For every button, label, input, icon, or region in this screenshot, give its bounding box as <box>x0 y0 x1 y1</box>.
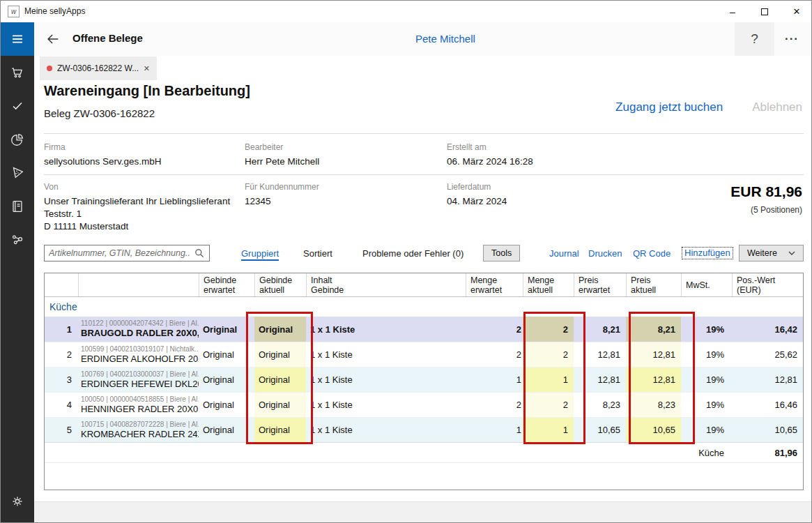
document-title: Wareneingang [In Bearbeitung] <box>44 83 250 99</box>
gebinde-aktuell-cell[interactable]: Original <box>254 367 306 392</box>
table-row[interactable]: 2 100599 | 04002103019107 | Nichtalk... … <box>45 342 803 367</box>
lieferdatum-value: 04. März 2024 <box>447 195 507 208</box>
share-icon <box>10 232 25 248</box>
erstellt-value: 06. März 2024 16:28 <box>447 156 533 168</box>
positions-count: (5 Positionen) <box>751 205 802 215</box>
header-more-button[interactable]: ··· <box>776 22 807 56</box>
search-input[interactable] <box>45 248 194 258</box>
table-row[interactable]: 1 110122 | 00000042074342 | Biere | Al..… <box>45 317 803 342</box>
menge-aktuell-cell[interactable]: 1 <box>523 367 574 392</box>
gebinde-aktuell-cell[interactable]: Original <box>254 342 306 367</box>
hamburger-menu-button[interactable] <box>1 22 34 56</box>
firma-label: Firma <box>44 142 66 152</box>
preis-aktuell-cell[interactable]: 8,21 <box>626 317 681 342</box>
document-total: EUR 81,96 <box>730 183 802 200</box>
sidebar-item-food[interactable] <box>1 156 34 190</box>
sidebar <box>1 22 34 523</box>
search-icon <box>194 248 205 259</box>
menge-aktuell-cell[interactable]: 2 <box>523 342 574 367</box>
menge-aktuell-cell[interactable]: 1 <box>523 418 574 442</box>
tools-button[interactable]: Tools <box>483 245 520 262</box>
back-arrow-icon <box>45 31 61 47</box>
col-header-gebinde-erwartet: Gebinde erwartet <box>199 273 254 296</box>
pos-wert-cell: 16,46 <box>732 393 803 417</box>
reject-button[interactable]: Ablehnen <box>752 100 802 114</box>
checkmark-icon <box>10 98 25 114</box>
preis-erwartet-cell: 12,81 <box>574 342 626 367</box>
gebinde-aktuell-cell[interactable]: Original <box>254 393 306 417</box>
preis-aktuell-cell[interactable]: 10,65 <box>626 418 681 442</box>
col-header-gebinde-aktuell: Gebinde aktuell <box>254 273 306 296</box>
col-header-article <box>78 273 199 296</box>
group-footer-label: Küche <box>681 443 732 462</box>
tab-close-icon[interactable]: ✕ <box>144 64 150 73</box>
pos-wert-cell: 12,81 <box>732 367 803 392</box>
add-link[interactable]: Hinzufügen <box>682 247 733 259</box>
gebinde-aktuell-cell[interactable]: Original <box>254 418 306 442</box>
toggle-sorted[interactable]: Sortiert <box>303 248 332 259</box>
qr-code-link[interactable]: QR Code <box>633 248 671 259</box>
gebinde-erwartet-cell: Original <box>199 367 254 392</box>
article-id: 100715 | 04008287072228 | Biere | Al... <box>81 420 199 429</box>
menge-erwartet-cell: 2 <box>466 317 523 342</box>
help-button[interactable]: ? <box>735 22 774 56</box>
inhalt-cell: 1 x 1 Kiste <box>306 418 466 442</box>
preis-erwartet-cell: 8,23 <box>574 393 626 417</box>
article-cell: 100769 | 04002103000037 | Biere | Al... … <box>78 367 199 392</box>
mwst-cell: 19% <box>681 317 732 342</box>
document-actions: Zugang jetzt buchen Ablehnen <box>615 100 802 114</box>
gebinde-erwartet-cell: Original <box>199 418 254 442</box>
preis-erwartet-cell: 12,81 <box>574 367 626 392</box>
sidebar-item-tasks[interactable] <box>1 89 34 123</box>
preis-aktuell-cell[interactable]: 12,81 <box>626 367 681 392</box>
book-now-button[interactable]: Zugang jetzt buchen <box>615 100 723 114</box>
maximize-button[interactable] <box>749 1 781 22</box>
article-cell: 100599 | 04002103019107 | Nichtalk... ER… <box>78 342 199 367</box>
search-button[interactable] <box>194 246 209 260</box>
sidebar-item-catalog[interactable] <box>1 190 34 223</box>
preis-aktuell-cell[interactable]: 12,81 <box>626 342 681 367</box>
tab-document[interactable]: ZW-0306-162822 W... ✕ <box>40 56 157 80</box>
menge-aktuell-cell[interactable]: 2 <box>523 317 574 342</box>
article-cell: 110122 | 00000042074342 | Biere | Al... … <box>78 317 199 342</box>
article-name: KROMBACHER RADLER 24X... <box>81 429 199 440</box>
sidebar-item-statistics[interactable] <box>1 123 34 156</box>
mwst-cell: 19% <box>681 342 732 367</box>
sidebar-item-cart[interactable] <box>1 56 34 89</box>
table-row[interactable]: 3 100769 | 04002103000037 | Biere | Al..… <box>45 367 803 392</box>
sidebar-item-network[interactable] <box>1 223 34 257</box>
more-dropdown-label: Weitere <box>747 248 777 258</box>
toggle-grouped[interactable]: Gruppiert <box>241 248 279 261</box>
tab-label: ZW-0306-162822 W... <box>57 63 139 73</box>
table-row[interactable]: 4 100050 | 00000040518855 | Biere | Al..… <box>45 392 803 417</box>
close-button[interactable]: ✕ <box>781 1 812 22</box>
von-line3: D 11111 Musterstadt <box>44 220 128 233</box>
article-cell: 100050 | 00000040518855 | Biere | Al... … <box>78 393 199 417</box>
maximize-icon <box>761 8 768 15</box>
gebinde-aktuell-cell[interactable]: Original <box>254 317 306 342</box>
back-button[interactable] <box>45 31 62 47</box>
menge-erwartet-cell: 1 <box>466 418 523 442</box>
preis-aktuell-cell[interactable]: 8,23 <box>626 393 681 417</box>
col-header-mwst: MwSt. <box>681 273 732 296</box>
row-index: 4 <box>45 393 78 417</box>
minimize-button[interactable]: – <box>717 1 749 22</box>
more-dropdown-button[interactable]: Weitere <box>739 245 804 262</box>
toggle-problems[interactable]: Probleme oder Fehler (0) <box>362 248 464 259</box>
article-cell: 100715 | 04008287072228 | Biere | Al... … <box>78 418 199 442</box>
col-header-pos-wert: Pos.-Wert (EUR) <box>732 273 803 296</box>
book-icon <box>10 199 25 214</box>
user-name-link[interactable]: Pete Mitchell <box>415 33 475 45</box>
article-name: BRAUGOLD RADLER 20X0,... <box>81 328 199 339</box>
menge-erwartet-cell: 1 <box>466 367 523 392</box>
journal-link[interactable]: Journal <box>549 248 579 259</box>
menge-aktuell-cell[interactable]: 2 <box>523 393 574 417</box>
bottom-status-strip <box>34 501 812 523</box>
article-name: ERDINGER ALKOHOLFR 20X... <box>81 354 199 365</box>
print-link[interactable]: Drucken <box>588 248 622 259</box>
hamburger-icon <box>10 31 25 47</box>
app-header: Offene Belege Pete Mitchell ? ··· <box>34 22 812 56</box>
settings-button[interactable] <box>1 485 34 518</box>
gear-icon <box>10 494 25 509</box>
table-row[interactable]: 5 100715 | 04008287072228 | Biere | Al..… <box>45 417 803 442</box>
